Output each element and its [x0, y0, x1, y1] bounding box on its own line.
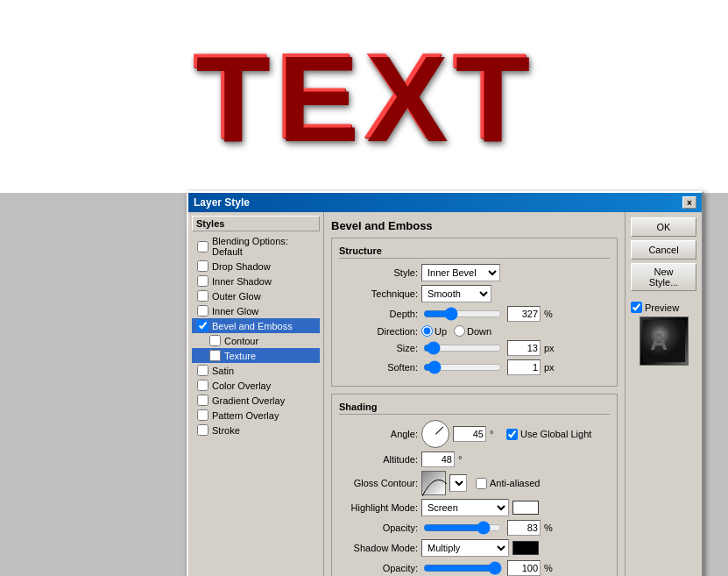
size-input[interactable]	[507, 340, 541, 356]
gloss-contour-label: Gloss Contour:	[339, 478, 418, 488]
ok-button[interactable]: OK	[631, 217, 696, 237]
sidebar-item-color-overlay[interactable]: Color Overlay	[192, 378, 320, 393]
shading-title: Shading	[339, 402, 610, 415]
sidebar-item-drop-shadow[interactable]: Drop Shadow	[192, 259, 320, 274]
contour-label: Contour	[224, 336, 258, 346]
direction-up-option[interactable]: Up	[421, 325, 447, 337]
sidebar-item-pattern-overlay[interactable]: Pattern Overlay	[192, 408, 320, 423]
inner-shadow-label: Inner Shadow	[212, 276, 272, 287]
highlight-opacity-row: Opacity: %	[339, 520, 610, 536]
altitude-input[interactable]	[421, 452, 455, 467]
shadow-mode-select[interactable]: Multiply Normal Screen	[421, 539, 509, 557]
angle-row: Angle: ° Use Global Light	[339, 420, 610, 448]
inner-shadow-checkbox[interactable]	[197, 275, 209, 287]
color-overlay-checkbox[interactable]	[197, 380, 209, 391]
altitude-row: Altitude: °	[339, 452, 610, 467]
sidebar-item-bevel-emboss[interactable]: Bevel and Emboss	[192, 318, 320, 333]
direction-down-option[interactable]: Down	[454, 325, 491, 337]
sidebar-item-inner-glow[interactable]: Inner Glow	[192, 303, 320, 318]
anti-aliased-label[interactable]: Anti-aliased	[476, 478, 540, 489]
sidebar-item-outer-glow[interactable]: Outer Glow	[192, 288, 320, 303]
direction-row: Direction: Up Down	[339, 325, 610, 337]
highlight-color-swatch[interactable]	[512, 501, 539, 515]
style-row: Style: Inner Bevel Outer Bevel Emboss Pi…	[339, 264, 610, 281]
sidebar-item-contour[interactable]: Contour	[192, 333, 320, 348]
highlight-opacity-input[interactable]	[507, 520, 541, 536]
dialog-title: Layer Style	[194, 196, 250, 209]
preview-checkbox[interactable]	[631, 302, 642, 313]
bevel-emboss-checkbox[interactable]	[197, 320, 209, 331]
pattern-overlay-label: Pattern Overlay	[212, 410, 279, 421]
highlight-opacity-unit: %	[544, 523, 557, 533]
style-label: Style:	[339, 267, 418, 278]
styles-header: Styles	[192, 216, 320, 231]
dialog-body: Styles Blending Options: Default Drop Sh…	[188, 212, 702, 576]
direction-down-label: Down	[467, 326, 491, 337]
drop-shadow-checkbox[interactable]	[197, 260, 209, 272]
sidebar-item-blending[interactable]: Blending Options: Default	[192, 234, 320, 259]
direction-up-label: Up	[435, 326, 447, 337]
preview-section: Preview A	[631, 302, 696, 366]
shadow-mode-row: Shadow Mode: Multiply Normal Screen	[339, 539, 610, 557]
sidebar-item-inner-shadow[interactable]: Inner Shadow	[192, 274, 320, 288]
new-style-button[interactable]: New Style...	[631, 263, 696, 291]
anti-aliased-checkbox[interactable]	[476, 478, 487, 489]
left-panel: Styles Blending Options: Default Drop Sh…	[188, 212, 324, 576]
angle-label: Angle:	[339, 429, 418, 439]
depth-input[interactable]	[507, 306, 541, 322]
shadow-color-swatch[interactable]	[512, 541, 539, 555]
highlight-mode-row: Highlight Mode: Screen Normal Multiply	[339, 499, 610, 516]
color-overlay-label: Color Overlay	[212, 380, 271, 391]
close-button[interactable]: ×	[682, 196, 696, 209]
contour-checkbox[interactable]	[209, 335, 221, 346]
cancel-button[interactable]: Cancel	[631, 240, 696, 260]
technique-label: Technique:	[339, 288, 418, 299]
contour-preview[interactable]	[421, 471, 446, 495]
soften-input[interactable]	[507, 359, 541, 375]
shadow-opacity-row: Opacity: %	[339, 560, 610, 576]
texture-checkbox[interactable]	[209, 350, 221, 361]
pattern-overlay-checkbox[interactable]	[197, 409, 209, 421]
depth-slider[interactable]	[423, 308, 502, 320]
inner-glow-checkbox[interactable]	[197, 305, 209, 316]
shadow-mode-label: Shadow Mode:	[339, 543, 418, 553]
stroke-label: Stroke	[212, 425, 240, 436]
direction-up-radio[interactable]	[421, 325, 433, 337]
direction-down-radio[interactable]	[454, 325, 465, 337]
highlight-mode-select[interactable]: Screen Normal Multiply	[421, 499, 509, 516]
angle-input[interactable]	[453, 426, 486, 442]
main-content: Bevel and Emboss Structure Style: Inner …	[324, 212, 625, 576]
soften-slider[interactable]	[423, 361, 502, 373]
outer-glow-checkbox[interactable]	[197, 290, 209, 302]
satin-checkbox[interactable]	[197, 365, 209, 376]
title-bar: Layer Style ×	[188, 193, 702, 212]
gradient-overlay-checkbox[interactable]	[197, 395, 209, 406]
style-select[interactable]: Inner Bevel Outer Bevel Emboss Pillow Em…	[421, 264, 500, 281]
sidebar-item-texture[interactable]: Texture	[192, 348, 320, 363]
preview-label[interactable]: Preview	[631, 302, 679, 313]
shadow-opacity-label: Opacity:	[339, 563, 418, 573]
stroke-checkbox[interactable]	[197, 424, 209, 436]
blending-checkbox[interactable]	[197, 241, 209, 252]
sidebar-item-stroke[interactable]: Stroke	[192, 423, 320, 437]
svg-text:A: A	[650, 328, 668, 355]
technique-row: Technique: Smooth Chisel Hard Chisel Sof…	[339, 285, 610, 302]
use-global-light-label[interactable]: Use Global Light	[506, 429, 591, 440]
angle-dial[interactable]	[421, 420, 449, 448]
angle-unit: °	[490, 429, 503, 439]
texture-label: Texture	[224, 351, 256, 361]
use-global-light-checkbox[interactable]	[506, 429, 518, 440]
sidebar-item-gradient-overlay[interactable]: Gradient Overlay	[192, 393, 320, 408]
contour-dropdown[interactable]	[449, 474, 467, 492]
use-global-light-text: Use Global Light	[520, 429, 591, 439]
size-slider[interactable]	[423, 342, 502, 354]
highlight-opacity-slider[interactable]	[423, 522, 502, 534]
shadow-opacity-slider[interactable]	[423, 562, 502, 574]
technique-select[interactable]: Smooth Chisel Hard Chisel Soft	[421, 285, 491, 302]
drop-shadow-label: Drop Shadow	[212, 261, 271, 272]
shadow-opacity-input[interactable]	[507, 560, 541, 576]
altitude-unit: °	[458, 454, 471, 465]
sidebar-item-satin[interactable]: Satin	[192, 363, 320, 378]
layer-style-dialog: Layer Style × Styles Blending Options: D…	[187, 191, 703, 576]
soften-label: Soften:	[339, 362, 418, 373]
